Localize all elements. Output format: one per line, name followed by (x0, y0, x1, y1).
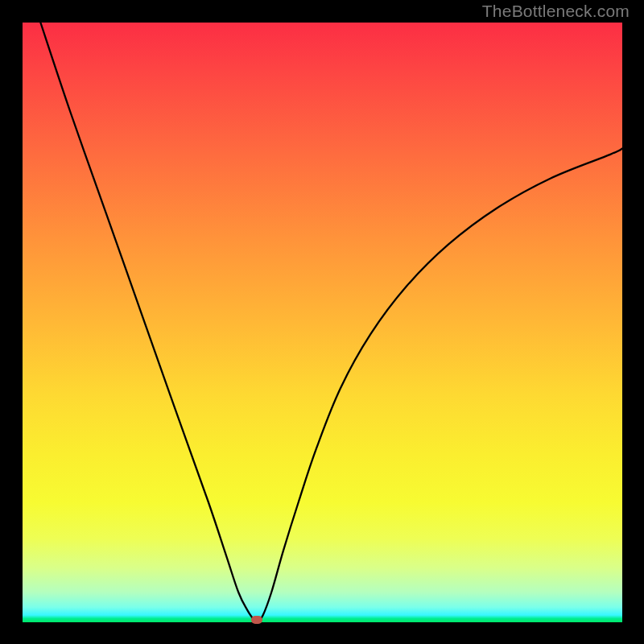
chart-container: TheBottleneck.com (0, 0, 644, 644)
attribution-label: TheBottleneck.com (482, 2, 630, 21)
plot-area (23, 23, 622, 622)
bottleneck-curve-path (40, 23, 622, 622)
minimum-marker (251, 616, 262, 624)
curve-svg (23, 23, 622, 622)
